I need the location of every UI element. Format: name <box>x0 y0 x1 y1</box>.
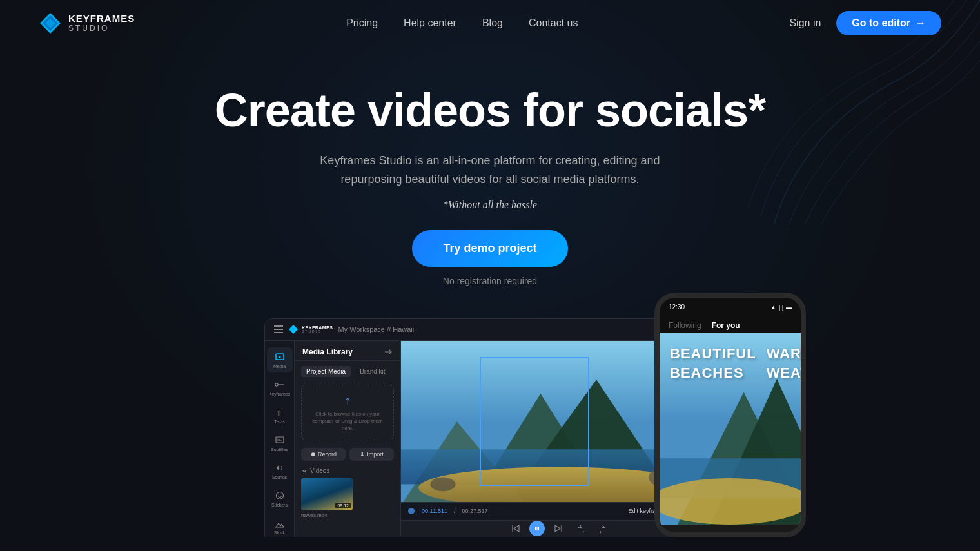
logo[interactable]: KEYFRAMES STUDIO <box>39 12 135 35</box>
svg-text:T: T <box>277 409 281 417</box>
header-actions: Sign in Go to editor → <box>789 11 941 35</box>
videos-section: Videos 09:12 hawaii.mo4 <box>295 465 400 521</box>
nav-blog[interactable]: Blog <box>482 17 503 29</box>
phone-tab-following[interactable]: Following <box>669 321 701 330</box>
media-tabs: Project Media Brand kit <box>295 361 400 381</box>
subtitles-icon <box>274 434 286 446</box>
import-button[interactable]: ⬇ Import <box>349 448 394 461</box>
sidebar-item-subtitles[interactable]: Subtitles <box>267 430 293 456</box>
pause-icon <box>534 525 540 532</box>
phone-mockup: 12:30 ▲ ||| ▬ Following For you <box>654 293 806 537</box>
logo-name-bottom: STUDIO <box>68 24 135 33</box>
texts-icon: T <box>274 407 286 418</box>
phone-overlay-text: BEAUTIFUL BEACHES WARM WEATHER <box>670 345 806 382</box>
logo-icon <box>39 12 62 35</box>
phone-tab-for-you[interactable]: For you <box>712 321 740 330</box>
logo-text: KEYFRAMES STUDIO <box>68 14 135 33</box>
stickers-label: Stickers <box>271 503 288 507</box>
stickers-icon <box>274 490 286 501</box>
nav-help[interactable]: Help center <box>404 17 456 29</box>
titlebar-logo: KEYFRAMES STUDIO <box>288 324 333 334</box>
overlay-word-3: WARM <box>767 345 806 362</box>
overlay-word-1: BEAUTIFUL <box>670 345 756 362</box>
total-time: 00:27:517 <box>462 508 488 514</box>
logo-name-top: KEYFRAMES <box>68 14 135 24</box>
sidebar-icons: Media Keyframes <box>265 341 295 537</box>
media-panel-header: Media Library <box>295 341 400 361</box>
media-library-title: Media Library <box>302 347 353 356</box>
svg-rect-24 <box>535 527 537 530</box>
action-buttons: ⏺ Record ⬇ Import <box>295 444 400 465</box>
overlay-word-2: BEACHES <box>670 365 756 382</box>
stock-label: Stock <box>274 530 286 535</box>
current-time: 00:11:511 <box>422 508 447 514</box>
sign-in-button[interactable]: Sign in <box>789 17 821 29</box>
sounds-label: Sounds <box>272 475 288 479</box>
upload-dropzone[interactable]: ↑ Click to browse files on your computer… <box>301 385 394 441</box>
skip-back-icon[interactable] <box>511 524 520 533</box>
sounds-icon <box>274 462 286 474</box>
nav-contact[interactable]: Contact us <box>529 17 578 29</box>
upload-text: Click to browse files on your computer o… <box>307 411 388 432</box>
app-body: Media Keyframes <box>265 341 715 537</box>
titlebar-left: KEYFRAMES STUDIO My Workspace // Hawaii <box>274 324 414 334</box>
keyframes-icon <box>274 379 286 391</box>
svg-rect-25 <box>537 527 539 530</box>
chevron-down-icon <box>301 468 308 474</box>
record-button[interactable]: ⏺ Record <box>301 448 346 461</box>
svg-marker-3 <box>289 325 298 334</box>
sidebar-item-stock[interactable]: Stock <box>267 514 293 537</box>
skip-forward-icon[interactable] <box>554 524 563 533</box>
upload-icon: ↑ <box>307 393 388 408</box>
hero-section: Create videos for socials* Keyframes Stu… <box>0 46 980 305</box>
app-titlebar: KEYFRAMES STUDIO My Workspace // Hawaii … <box>265 319 715 341</box>
svg-rect-5 <box>275 383 279 387</box>
sidebar-item-keyframes[interactable]: Keyframes <box>267 375 293 400</box>
play-indicator-icon <box>407 507 415 515</box>
titlebar-path: My Workspace // Hawaii <box>338 325 414 333</box>
nav-pricing[interactable]: Pricing <box>346 17 378 29</box>
main-nav: Pricing Help center Blog Contact us <box>346 17 578 29</box>
no-registration-text: No registration required <box>13 276 967 286</box>
svg-point-23 <box>408 508 415 514</box>
tab-brand-kit[interactable]: Brand kit <box>355 366 390 377</box>
app-window: KEYFRAMES STUDIO My Workspace // Hawaii … <box>264 318 716 537</box>
phone-tabs: Following For you <box>660 317 801 333</box>
svg-point-11 <box>276 492 283 499</box>
go-to-editor-button[interactable]: Go to editor → <box>836 11 941 35</box>
undo-icon[interactable] <box>578 524 587 533</box>
overlay-word-4: WEATHER <box>767 365 806 382</box>
sidebar-item-sounds[interactable]: Sounds <box>267 458 293 483</box>
svg-point-22 <box>430 477 455 491</box>
media-icon <box>274 351 286 363</box>
sidebar-item-media[interactable]: Media <box>267 347 293 372</box>
video-thumbnail-item[interactable]: 09:12 hawaii.mo4 <box>301 478 394 518</box>
media-label: Media <box>273 364 286 369</box>
record-icon: ⏺ <box>310 451 316 458</box>
svg-point-30 <box>660 478 801 525</box>
hero-subtitle: Keyframes Studio is an all-in-one platfo… <box>297 151 683 189</box>
videos-label: Videos <box>301 467 394 474</box>
sidebar-item-stickers[interactable]: Stickers <box>267 486 293 511</box>
try-demo-button[interactable]: Try demo project <box>412 230 567 267</box>
video-name: hawaii.mo4 <box>301 512 394 518</box>
close-panel-icon[interactable] <box>384 347 393 356</box>
texts-label: Texts <box>274 420 284 424</box>
redo-icon[interactable] <box>596 524 605 533</box>
arrow-icon: → <box>916 17 926 29</box>
hero-headline: Create videos for socials* <box>13 85 967 136</box>
video-thumb: 09:12 <box>301 478 353 510</box>
import-icon: ⬇ <box>360 451 365 458</box>
hamburger-icon <box>274 325 283 333</box>
media-panel: Media Library Project Media Brand kit ↑ … <box>295 341 401 537</box>
hero-asterisk-note: *Without all the hassle <box>443 199 537 211</box>
stock-icon <box>274 517 286 529</box>
demo-screenshots: KEYFRAMES STUDIO My Workspace // Hawaii … <box>181 318 799 537</box>
titlebar-brand-bottom: STUDIO <box>302 330 333 333</box>
subtitles-label: Subtitles <box>271 447 288 452</box>
header: KEYFRAMES STUDIO Pricing Help center Blo… <box>0 0 980 46</box>
tab-project-media[interactable]: Project Media <box>301 366 351 377</box>
sidebar-item-texts[interactable]: T Texts <box>267 403 293 428</box>
pause-button[interactable] <box>529 521 545 536</box>
keyframes-label: Keyframes <box>269 392 290 396</box>
